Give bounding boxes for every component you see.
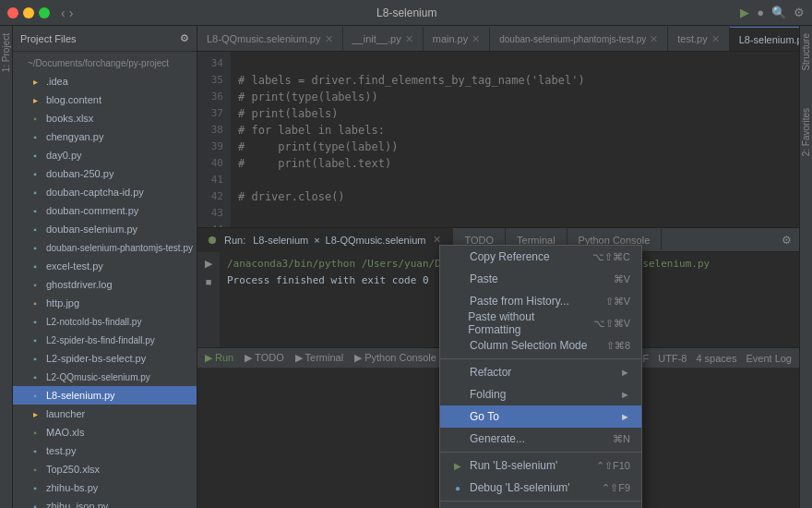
tab-init[interactable]: __init__.py ✕ xyxy=(343,27,424,51)
list-item[interactable]: ▪zhihu-bs.py xyxy=(13,478,197,497)
run-config-2[interactable]: L8-QQmusic.selenium xyxy=(326,235,426,246)
run-icon-status[interactable]: ▶ Run xyxy=(205,352,233,364)
tab-test[interactable]: test.py ✕ xyxy=(668,27,729,51)
folder-icon: ▸ xyxy=(28,74,42,89)
menu-label: Paste without Formatting xyxy=(468,310,574,336)
list-item[interactable]: ▪day0.py xyxy=(13,146,197,164)
list-item[interactable]: ▪douban-captcha-id.py xyxy=(13,183,197,201)
sidebar-header: Project Files ⚙ xyxy=(13,26,197,52)
list-item[interactable]: ▪L2-spider-bs-find-findall.py xyxy=(13,331,197,349)
menu-separator xyxy=(440,501,641,502)
list-item[interactable]: ▪douban-selenium-phantomjs-test.py xyxy=(13,238,197,257)
menu-item-save[interactable]: Save 'L8-selenium' xyxy=(440,503,641,508)
menu-item-folding[interactable]: Folding ► xyxy=(440,383,641,405)
menu-item-refactor[interactable]: Refactor ► xyxy=(440,361,641,383)
code-editor[interactable]: 3435363738 3940414243 4445464748 4950515… xyxy=(197,52,799,227)
tab-close-icon[interactable]: ✕ xyxy=(405,33,413,45)
folding-icon xyxy=(451,388,464,401)
copy-reference-icon xyxy=(451,250,464,263)
tab-l8-selenium[interactable]: L8-selenium.py ✕ xyxy=(730,27,799,51)
debug-icon[interactable]: ● xyxy=(757,6,764,19)
menu-item-goto[interactable]: Go To ► xyxy=(440,405,641,428)
tab-label: test.py xyxy=(677,33,707,44)
list-item[interactable]: ▪L2-notcold-bs-findall.py xyxy=(13,312,197,331)
list-item[interactable]: ▪chengyan.py xyxy=(13,127,197,146)
title-bar: ‹ › L8-selenium ▶ ● 🔍 ⚙ xyxy=(0,0,812,26)
close-button[interactable] xyxy=(7,7,18,18)
refactor-icon xyxy=(451,366,464,379)
list-item[interactable]: ▸launcher xyxy=(13,405,197,423)
tab-close-icon[interactable]: ✕ xyxy=(711,33,720,45)
menu-item-paste-no-format[interactable]: Paste without Formatting ⌥⇧⌘V xyxy=(440,312,641,334)
py-icon: ▪ xyxy=(28,166,42,181)
main-layout: 1: Project Project Files ⚙ ~/Documents/f… xyxy=(0,26,812,508)
settings-icon[interactable]: ⚙ xyxy=(794,6,805,19)
sidebar-settings-icon[interactable]: ⚙ xyxy=(180,32,189,44)
py-icon: ▪ xyxy=(28,203,42,218)
list-item-selected[interactable]: ▪L8-selenium.py xyxy=(13,386,197,405)
list-item[interactable]: ▪Top250.xlsx xyxy=(13,460,197,478)
list-item[interactable]: ▪test.py xyxy=(13,441,197,460)
list-item[interactable]: ▪douban-comment.py xyxy=(13,201,197,220)
run-config-1[interactable]: L8-selenium xyxy=(253,235,308,246)
stop-button[interactable]: ■ xyxy=(201,274,216,289)
run-again-button[interactable]: ▶ xyxy=(201,256,216,271)
list-item[interactable]: ▪MAO.xls xyxy=(13,423,197,441)
tab-douban[interactable]: douban-selenium-phantomjs-test.py ✕ xyxy=(490,27,668,51)
tab-close-icon[interactable]: ✕ xyxy=(325,33,333,45)
xlsx-icon: ▪ xyxy=(28,462,42,477)
menu-label: Run 'L8-selenium' xyxy=(470,459,557,472)
list-item[interactable]: ▪excel-test.py xyxy=(13,257,197,275)
todo-status[interactable]: ▶ TODO xyxy=(245,352,283,364)
menu-item-paste[interactable]: Paste ⌘V xyxy=(440,268,641,290)
list-item[interactable]: ▸.idea xyxy=(13,72,197,91)
list-item[interactable]: ▪L2-spider-bs-select.py xyxy=(13,349,197,368)
paste-icon xyxy=(451,272,464,285)
menu-shortcut: ⌘V xyxy=(614,273,630,285)
tab-main[interactable]: main.py ✕ xyxy=(424,27,491,51)
tab-close-icon[interactable]: ✕ xyxy=(472,33,480,45)
minimize-button[interactable] xyxy=(23,7,34,18)
menu-item-generate[interactable]: Generate... ⌘N xyxy=(440,428,641,450)
terminal-status[interactable]: ▶ Terminal xyxy=(295,352,343,364)
event-log[interactable]: Event Log xyxy=(746,353,792,364)
file-encoding[interactable]: UTF-8 xyxy=(658,353,687,364)
indent-info[interactable]: 4 spaces xyxy=(696,353,736,364)
menu-item-run[interactable]: ▶ Run 'L8-selenium' ⌃⇧F10 xyxy=(440,454,641,477)
list-item[interactable]: ▪http.jpg xyxy=(13,294,197,312)
file-tree[interactable]: ~/Documents/forchange/py-project ▸.idea … xyxy=(13,52,197,508)
list-item[interactable]: ▪ghostdriver.log xyxy=(13,275,197,294)
list-item[interactable]: ▪zhihu_json.py xyxy=(13,497,197,508)
menu-item-column-selection[interactable]: Column Selection Mode ⇧⌘8 xyxy=(440,334,641,357)
maximize-button[interactable] xyxy=(39,7,50,18)
search-icon[interactable]: 🔍 xyxy=(771,6,786,19)
list-item[interactable]: ▪douban-250.py xyxy=(13,164,197,183)
settings-gear-icon[interactable]: ⚙ xyxy=(782,234,792,247)
list-item[interactable]: ▸blog.content xyxy=(13,91,197,109)
menu-item-paste-history[interactable]: Paste from History... ⇧⌘V xyxy=(440,290,641,312)
list-item[interactable]: ▪L2-QQmusic-selenium.py xyxy=(13,368,197,386)
py-icon: ▪ xyxy=(28,148,42,163)
tab-bar: L8-QQmusic.selenium.py ✕ __init__.py ✕ m… xyxy=(197,26,799,52)
left-activity-strip: 1: Project xyxy=(0,26,13,508)
code-content[interactable]: # labels = driver.find_elements_by_tag_n… xyxy=(231,52,799,227)
menu-label: Column Selection Mode xyxy=(470,339,587,352)
tab-run[interactable]: Run: L8-selenium × L8-QQmusic.selenium ✕ xyxy=(197,228,453,252)
nav-forward-icon[interactable]: › xyxy=(69,6,74,20)
menu-item-debug[interactable]: ● Debug 'L8-selenium' ⌃⇧F9 xyxy=(440,477,641,499)
py-icon: ▪ xyxy=(28,443,42,458)
run-icon[interactable]: ▶ xyxy=(740,6,749,19)
menu-label: Generate... xyxy=(470,432,525,445)
tab-close-icon[interactable]: ✕ xyxy=(650,33,658,45)
list-item[interactable]: ▪douban-selenium.py xyxy=(13,220,197,238)
navigation-controls: ‹ › xyxy=(61,6,73,20)
run-config-icon: ▶ xyxy=(451,459,464,472)
tab-qqmusic[interactable]: L8-QQmusic.selenium.py ✕ xyxy=(197,27,343,51)
python-console-status[interactable]: ▶ Python Console xyxy=(354,352,436,364)
menu-item-copy-reference[interactable]: Copy Reference ⌥⇧⌘C xyxy=(440,246,641,268)
goto-icon xyxy=(451,410,464,423)
list-item[interactable]: ▪books.xlsx xyxy=(13,109,197,127)
project-label: 1: Project xyxy=(1,33,11,72)
nav-back-icon[interactable]: ‹ xyxy=(61,6,66,20)
sidebar-item-path: ~/Documents/forchange/py-project xyxy=(13,54,197,72)
